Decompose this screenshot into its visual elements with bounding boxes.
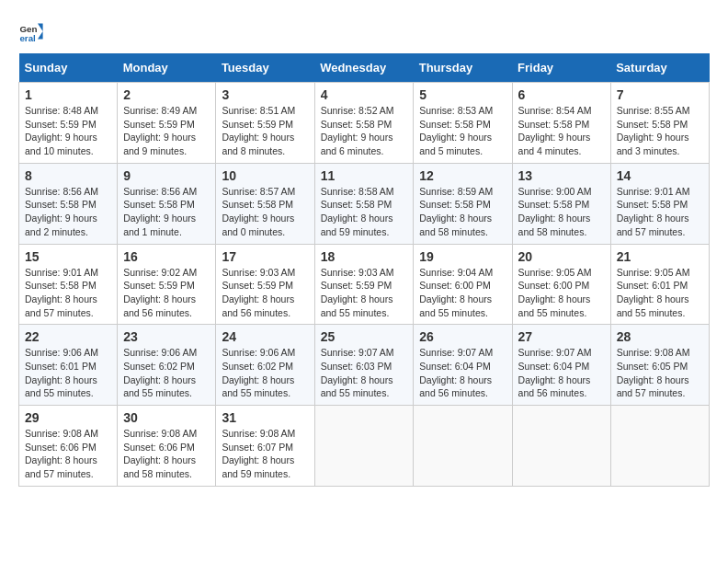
day-cell: 28 Sunrise: 9:08 AM Sunset: 6:05 PM Dayl… xyxy=(610,325,709,406)
day-info: Sunrise: 8:56 AM Sunset: 5:58 PM Dayligh… xyxy=(25,185,111,239)
day-info: Sunrise: 8:57 AM Sunset: 5:58 PM Dayligh… xyxy=(222,185,308,239)
weekday-header-saturday: Saturday xyxy=(610,53,709,83)
day-cell xyxy=(314,406,414,487)
day-info: Sunrise: 8:52 AM Sunset: 5:58 PM Dayligh… xyxy=(321,104,408,158)
day-number: 1 xyxy=(25,87,111,102)
day-cell: 14 Sunrise: 9:01 AM Sunset: 5:58 PM Dayl… xyxy=(610,163,709,244)
day-cell: 11 Sunrise: 8:58 AM Sunset: 5:58 PM Dayl… xyxy=(314,163,414,244)
day-info: Sunrise: 8:55 AM Sunset: 5:58 PM Dayligh… xyxy=(617,104,703,158)
weekday-header-thursday: Thursday xyxy=(414,53,512,83)
day-cell: 10 Sunrise: 8:57 AM Sunset: 5:58 PM Dayl… xyxy=(216,163,314,244)
day-info: Sunrise: 9:08 AM Sunset: 6:06 PM Dayligh… xyxy=(123,427,210,481)
week-row-4: 22 Sunrise: 9:06 AM Sunset: 6:01 PM Dayl… xyxy=(19,325,710,406)
day-info: Sunrise: 8:59 AM Sunset: 5:58 PM Dayligh… xyxy=(419,185,506,239)
day-info: Sunrise: 9:06 AM Sunset: 6:01 PM Dayligh… xyxy=(25,346,111,400)
day-info: Sunrise: 8:54 AM Sunset: 5:58 PM Dayligh… xyxy=(518,104,605,158)
day-info: Sunrise: 9:02 AM Sunset: 5:59 PM Dayligh… xyxy=(123,266,210,320)
calendar-table: SundayMondayTuesdayWednesdayThursdayFrid… xyxy=(18,53,710,487)
day-cell: 9 Sunrise: 8:56 AM Sunset: 5:58 PM Dayli… xyxy=(118,163,216,244)
day-info: Sunrise: 9:06 AM Sunset: 6:02 PM Dayligh… xyxy=(123,346,210,400)
day-cell: 13 Sunrise: 9:00 AM Sunset: 5:58 PM Dayl… xyxy=(512,163,610,244)
day-number: 23 xyxy=(123,329,210,344)
day-cell: 25 Sunrise: 9:07 AM Sunset: 6:03 PM Dayl… xyxy=(314,325,414,406)
logo-icon: Gen eral xyxy=(18,18,44,44)
weekday-header-monday: Monday xyxy=(118,53,216,83)
day-cell: 30 Sunrise: 9:08 AM Sunset: 6:06 PM Dayl… xyxy=(118,406,216,487)
day-info: Sunrise: 9:06 AM Sunset: 6:02 PM Dayligh… xyxy=(222,346,308,400)
week-row-2: 8 Sunrise: 8:56 AM Sunset: 5:58 PM Dayli… xyxy=(19,163,710,244)
day-info: Sunrise: 8:58 AM Sunset: 5:58 PM Dayligh… xyxy=(321,185,408,239)
day-number: 25 xyxy=(321,329,408,344)
day-info: Sunrise: 9:00 AM Sunset: 5:58 PM Dayligh… xyxy=(518,185,605,239)
day-cell: 5 Sunrise: 8:53 AM Sunset: 5:58 PM Dayli… xyxy=(414,83,512,164)
day-number: 19 xyxy=(419,249,506,264)
day-info: Sunrise: 9:03 AM Sunset: 5:59 PM Dayligh… xyxy=(222,266,308,320)
day-number: 27 xyxy=(518,329,605,344)
day-number: 9 xyxy=(123,168,210,183)
weekday-header-sunday: Sunday xyxy=(19,53,118,83)
day-cell: 15 Sunrise: 9:01 AM Sunset: 5:58 PM Dayl… xyxy=(19,244,118,325)
logo: Gen eral xyxy=(18,18,50,44)
day-cell xyxy=(414,406,512,487)
week-row-3: 15 Sunrise: 9:01 AM Sunset: 5:58 PM Dayl… xyxy=(19,244,710,325)
day-number: 3 xyxy=(222,87,308,102)
day-info: Sunrise: 9:07 AM Sunset: 6:04 PM Dayligh… xyxy=(518,346,605,400)
day-cell: 1 Sunrise: 8:48 AM Sunset: 5:59 PM Dayli… xyxy=(19,83,118,164)
day-info: Sunrise: 9:01 AM Sunset: 5:58 PM Dayligh… xyxy=(25,266,111,320)
day-number: 2 xyxy=(123,87,210,102)
day-number: 6 xyxy=(518,87,605,102)
day-cell: 18 Sunrise: 9:03 AM Sunset: 5:59 PM Dayl… xyxy=(314,244,414,325)
weekday-header-row: SundayMondayTuesdayWednesdayThursdayFrid… xyxy=(19,53,710,83)
day-cell: 23 Sunrise: 9:06 AM Sunset: 6:02 PM Dayl… xyxy=(118,325,216,406)
day-info: Sunrise: 9:04 AM Sunset: 6:00 PM Dayligh… xyxy=(419,266,506,320)
day-cell: 26 Sunrise: 9:07 AM Sunset: 6:04 PM Dayl… xyxy=(414,325,512,406)
day-number: 17 xyxy=(222,249,308,264)
day-cell: 21 Sunrise: 9:05 AM Sunset: 6:01 PM Dayl… xyxy=(610,244,709,325)
day-number: 31 xyxy=(222,410,308,425)
day-cell: 7 Sunrise: 8:55 AM Sunset: 5:58 PM Dayli… xyxy=(610,83,709,164)
day-info: Sunrise: 9:05 AM Sunset: 6:01 PM Dayligh… xyxy=(617,266,703,320)
day-info: Sunrise: 9:01 AM Sunset: 5:58 PM Dayligh… xyxy=(617,185,703,239)
day-cell: 24 Sunrise: 9:06 AM Sunset: 6:02 PM Dayl… xyxy=(216,325,314,406)
day-info: Sunrise: 8:53 AM Sunset: 5:58 PM Dayligh… xyxy=(419,104,506,158)
day-info: Sunrise: 9:08 AM Sunset: 6:05 PM Dayligh… xyxy=(617,346,703,400)
day-number: 4 xyxy=(321,87,408,102)
day-cell: 2 Sunrise: 8:49 AM Sunset: 5:59 PM Dayli… xyxy=(118,83,216,164)
day-info: Sunrise: 8:51 AM Sunset: 5:59 PM Dayligh… xyxy=(222,104,308,158)
day-number: 12 xyxy=(419,168,506,183)
day-number: 20 xyxy=(518,249,605,264)
day-number: 15 xyxy=(25,249,111,264)
day-cell xyxy=(512,406,610,487)
day-number: 11 xyxy=(321,168,408,183)
weekday-header-friday: Friday xyxy=(512,53,610,83)
day-info: Sunrise: 9:05 AM Sunset: 6:00 PM Dayligh… xyxy=(518,266,605,320)
day-cell: 29 Sunrise: 9:08 AM Sunset: 6:06 PM Dayl… xyxy=(19,406,118,487)
day-number: 21 xyxy=(617,249,703,264)
week-row-1: 1 Sunrise: 8:48 AM Sunset: 5:59 PM Dayli… xyxy=(19,83,710,164)
day-cell: 20 Sunrise: 9:05 AM Sunset: 6:00 PM Dayl… xyxy=(512,244,610,325)
day-cell: 31 Sunrise: 9:08 AM Sunset: 6:07 PM Dayl… xyxy=(216,406,314,487)
day-cell: 22 Sunrise: 9:06 AM Sunset: 6:01 PM Dayl… xyxy=(19,325,118,406)
day-number: 26 xyxy=(419,329,506,344)
weekday-header-tuesday: Tuesday xyxy=(216,53,314,83)
day-number: 5 xyxy=(419,87,506,102)
day-number: 24 xyxy=(222,329,308,344)
header: Gen eral xyxy=(18,18,710,44)
day-info: Sunrise: 8:56 AM Sunset: 5:58 PM Dayligh… xyxy=(123,185,210,239)
day-info: Sunrise: 8:49 AM Sunset: 5:59 PM Dayligh… xyxy=(123,104,210,158)
day-number: 13 xyxy=(518,168,605,183)
day-cell: 12 Sunrise: 8:59 AM Sunset: 5:58 PM Dayl… xyxy=(414,163,512,244)
day-info: Sunrise: 9:03 AM Sunset: 5:59 PM Dayligh… xyxy=(321,266,408,320)
day-cell: 16 Sunrise: 9:02 AM Sunset: 5:59 PM Dayl… xyxy=(118,244,216,325)
day-number: 8 xyxy=(25,168,111,183)
svg-text:eral: eral xyxy=(19,33,36,43)
day-number: 22 xyxy=(25,329,111,344)
day-cell: 27 Sunrise: 9:07 AM Sunset: 6:04 PM Dayl… xyxy=(512,325,610,406)
day-info: Sunrise: 9:07 AM Sunset: 6:04 PM Dayligh… xyxy=(419,346,506,400)
day-cell: 19 Sunrise: 9:04 AM Sunset: 6:00 PM Dayl… xyxy=(414,244,512,325)
svg-marker-2 xyxy=(38,24,43,40)
day-cell: 3 Sunrise: 8:51 AM Sunset: 5:59 PM Dayli… xyxy=(216,83,314,164)
day-cell: 6 Sunrise: 8:54 AM Sunset: 5:58 PM Dayli… xyxy=(512,83,610,164)
day-info: Sunrise: 9:08 AM Sunset: 6:07 PM Dayligh… xyxy=(222,427,308,481)
weekday-header-wednesday: Wednesday xyxy=(314,53,414,83)
